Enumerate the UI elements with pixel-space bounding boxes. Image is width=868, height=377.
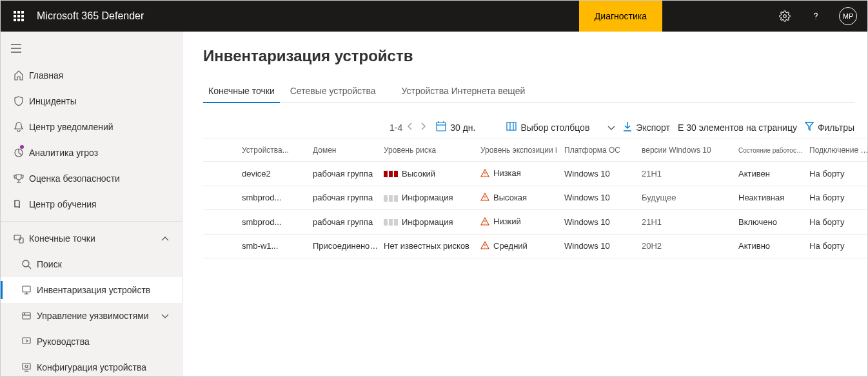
th-device[interactable]: Устройства... <box>242 146 313 155</box>
cell-device: smbprod... <box>242 193 313 202</box>
page-title: Инвентаризация устройств <box>203 47 867 65</box>
svg-rect-5 <box>21 15 24 17</box>
sidebar-item[interactable]: Поиск <box>1 251 182 277</box>
svg-rect-22 <box>23 286 30 292</box>
user-avatar[interactable]: MP <box>839 7 857 25</box>
svg-point-20 <box>23 260 29 267</box>
svg-rect-0 <box>14 11 16 14</box>
svg-line-21 <box>28 266 31 269</box>
tab-bar: Конечные точкиСетевые устройстваУстройст… <box>203 81 854 103</box>
settings-icon[interactable] <box>772 1 798 32</box>
sidebar-item[interactable]: Инвентаризация устройств <box>1 277 182 303</box>
sidebar-item-label: Поиск <box>37 259 182 269</box>
th-health[interactable]: Состояние работоспособности <box>738 147 809 154</box>
cell-health: Активно <box>738 241 809 251</box>
th-risk[interactable]: Уровень риска <box>384 146 480 155</box>
table-row[interactable]: smbprod...рабочая группаИнформацияНизкий… <box>203 210 867 235</box>
table-header: Устройства... Домен Уровень риска Уровен… <box>203 139 867 162</box>
svg-rect-36 <box>507 122 516 130</box>
sidebar-item-label: Аналитика угроз <box>29 148 182 158</box>
th-connection[interactable]: Подключение сб <box>809 146 867 155</box>
shield-icon <box>8 96 29 106</box>
calendar-icon <box>436 121 446 133</box>
svg-rect-6 <box>14 19 16 21</box>
svg-rect-8 <box>21 19 24 21</box>
column-chooser-button[interactable]: Выбор столбцов <box>506 121 615 133</box>
cell-health: Включено <box>738 217 809 227</box>
tab[interactable]: Сетевые устройства <box>285 81 381 102</box>
date-range-button[interactable]: 30 дн. <box>436 121 475 133</box>
sidebar-item[interactable]: Управление уязвимостями <box>1 303 182 329</box>
config-icon <box>16 362 37 372</box>
tab[interactable]: Устройства Интернета вещей <box>397 81 531 102</box>
cell-exposure: Низкий <box>480 217 564 227</box>
warning-icon <box>480 169 489 179</box>
svg-rect-4 <box>17 15 20 17</box>
sidebar-item-label: Инвентаризация устройств <box>37 285 182 295</box>
sidebar-item[interactable]: Конфигурация устройства <box>1 354 182 377</box>
sidebar-item[interactable]: Руководства <box>1 329 182 354</box>
th-platform[interactable]: Платформа ОС <box>564 146 642 155</box>
vuln-icon <box>16 311 37 321</box>
app-title[interactable]: Microsoft 365 Defender <box>37 10 144 22</box>
warning-icon <box>480 241 489 251</box>
svg-rect-29 <box>23 363 30 369</box>
svg-rect-32 <box>437 122 446 131</box>
warning-icon <box>480 217 489 227</box>
sidebar-item[interactable]: Инциденты <box>1 88 182 114</box>
cell-health: Активен <box>738 169 809 179</box>
sidebar-item[interactable]: Оценка безопасности <box>1 166 182 191</box>
cell-domain: рабочая группа <box>313 193 384 202</box>
chevron-down-icon <box>607 122 615 133</box>
svg-point-47 <box>484 199 485 200</box>
table-row[interactable]: smbprod...рабочая группаИнформацияВысока… <box>203 186 867 211</box>
endpoints-icon <box>8 233 29 244</box>
toolbar: 1-4 30 дн. Выбор столбцов Экспорт E 30 э… <box>203 116 867 139</box>
cell-domain: Присоединено к AAD <box>313 241 384 251</box>
warning-icon <box>480 193 489 203</box>
th-version[interactable]: версии Windows 10 <box>642 146 738 155</box>
th-domain[interactable]: Домен <box>313 146 384 155</box>
book-icon <box>8 199 29 209</box>
bell-icon <box>8 122 29 132</box>
export-button[interactable]: Экспорт <box>623 121 670 133</box>
next-page-icon[interactable] <box>418 122 428 133</box>
table-row[interactable]: device2рабочая группаВысокийНизкаяWindow… <box>203 162 867 186</box>
tab[interactable]: Конечные точки <box>203 81 280 102</box>
filter-icon <box>805 122 814 133</box>
th-exposure[interactable]: Уровень экспозиции і <box>480 146 564 155</box>
top-bar: Microsoft 365 Defender Диагностика MP <box>1 1 867 32</box>
devices-icon <box>16 285 37 295</box>
svg-point-53 <box>484 247 485 248</box>
column-chooser-label: Выбор столбцов <box>520 122 589 133</box>
filters-button[interactable]: Фильтры <box>805 122 854 133</box>
cell-version: 20H2 <box>642 241 738 251</box>
table-row[interactable]: smb-w1...Присоединено к AADНет известных… <box>203 235 867 259</box>
sidebar-item[interactable]: Главная <box>1 63 182 88</box>
sidebar-item[interactable]: Конечные точки <box>1 226 182 251</box>
cell-version: 21H1 <box>642 217 738 227</box>
app-launcher-icon[interactable] <box>6 1 32 32</box>
sidebar-item-label: Инциденты <box>29 96 182 106</box>
cell-risk: Информация <box>384 217 480 227</box>
prev-page-icon[interactable] <box>405 122 415 133</box>
cell-domain: рабочая группа <box>313 169 384 179</box>
page-range: 1-4 <box>390 122 402 133</box>
guide-icon <box>16 336 37 347</box>
svg-point-9 <box>784 15 787 18</box>
sidebar-item[interactable]: Центр обучения <box>1 191 182 217</box>
sidebar-item-label: Оценка безопасности <box>29 173 182 184</box>
cell-exposure: Средний <box>480 241 564 252</box>
nav-collapse-toggle[interactable] <box>1 34 182 63</box>
download-icon <box>623 121 632 133</box>
svg-rect-2 <box>21 11 24 14</box>
per-page-label[interactable]: E 30 элементов на страницу <box>678 122 797 133</box>
sidebar-item[interactable]: Аналитика угроз <box>1 140 182 166</box>
svg-point-50 <box>484 223 485 224</box>
diagnostics-button[interactable]: Диагностика <box>579 1 662 32</box>
cell-version: Будущее <box>642 193 738 202</box>
help-icon[interactable] <box>803 1 829 32</box>
risk-bars-icon <box>384 195 398 202</box>
sidebar-item[interactable]: Центр уведомлений <box>1 114 182 140</box>
cell-device: device2 <box>242 169 313 179</box>
